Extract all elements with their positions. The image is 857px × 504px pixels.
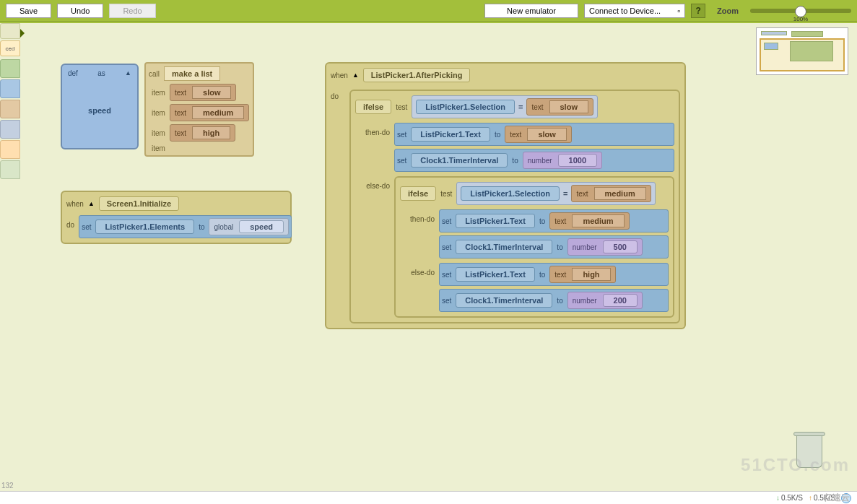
drawer-grey[interactable] (0, 120, 20, 139)
watermark: 51CTO.com (741, 455, 850, 475)
drawer-green[interactable] (0, 59, 20, 78)
drawer-tan[interactable] (0, 100, 20, 118)
minimap-viewport[interactable] (760, 38, 845, 71)
make-list-title: make a list (164, 66, 220, 81)
net-down: ↓0.5K/S (776, 494, 803, 502)
set-elements[interactable]: set ListPicker1.Elements to globalspeed (79, 215, 292, 238)
block-count: 132 (1, 482, 14, 490)
redo-button[interactable]: Redo (109, 4, 155, 18)
init-title: Screen1.Initialize (99, 196, 179, 211)
zoom-slider[interactable]: 100% (750, 9, 851, 13)
zoom-label: Zoom (717, 6, 739, 15)
after-picking-block[interactable]: when▲ ListPicker1.AfterPicking do ifelse… (325, 62, 686, 329)
list-item-0: slow (192, 86, 231, 99)
palette-tab[interactable] (0, 23, 20, 39)
def-name: speed (68, 77, 131, 144)
save-button[interactable]: Save (6, 4, 51, 18)
undo-button[interactable]: Undo (57, 4, 103, 18)
dropdown-icon: ▫ (677, 6, 680, 15)
help-button[interactable]: ? (691, 4, 705, 18)
canvas-wrap: ced def as ▲ speed call make a list (0, 22, 857, 491)
as-kw: as (97, 69, 105, 77)
screen-initialize-block[interactable]: when▲ Screen1.Initialize do set ListPick… (61, 191, 292, 244)
drawer-blue[interactable] (0, 79, 20, 98)
afterpick-title: ListPicker1.AfterPicking (363, 68, 471, 82)
connect-device-dropdown[interactable]: Connect to Device... ▫ (584, 4, 685, 18)
call-kw: call (149, 70, 160, 78)
palette: ced (0, 23, 22, 491)
connect-label: Connect to Device... (589, 6, 661, 15)
toolbar: Save Undo Redo New emulator Connect to D… (0, 0, 857, 22)
blocks-canvas[interactable]: def as ▲ speed call make a list itemtext… (25, 26, 851, 488)
drawer-orange[interactable] (0, 140, 20, 159)
drawer-lightgreen[interactable] (0, 160, 20, 179)
palette-tab-advanced[interactable]: ced (0, 40, 20, 56)
ifelse-inner[interactable]: ifelse test ListPicker1.Selection = text… (394, 176, 674, 318)
list-item-2: high (192, 126, 230, 139)
minimap[interactable] (756, 27, 848, 75)
list-item-1: medium (192, 106, 244, 119)
def-block[interactable]: def as ▲ speed (61, 64, 139, 149)
def-kw: def (68, 69, 78, 77)
make-list-block[interactable]: call make a list itemtextslow itemtextme… (144, 62, 254, 157)
status-bar: ↓0.5K/S ↑0.5K/S 亿速云 (0, 491, 857, 504)
cloud-logo: 亿速云 (824, 492, 850, 504)
ifelse-outer[interactable]: ifelse test ListPicker1.Selection = text… (349, 90, 680, 323)
new-emulator-button[interactable]: New emulator (484, 4, 578, 18)
